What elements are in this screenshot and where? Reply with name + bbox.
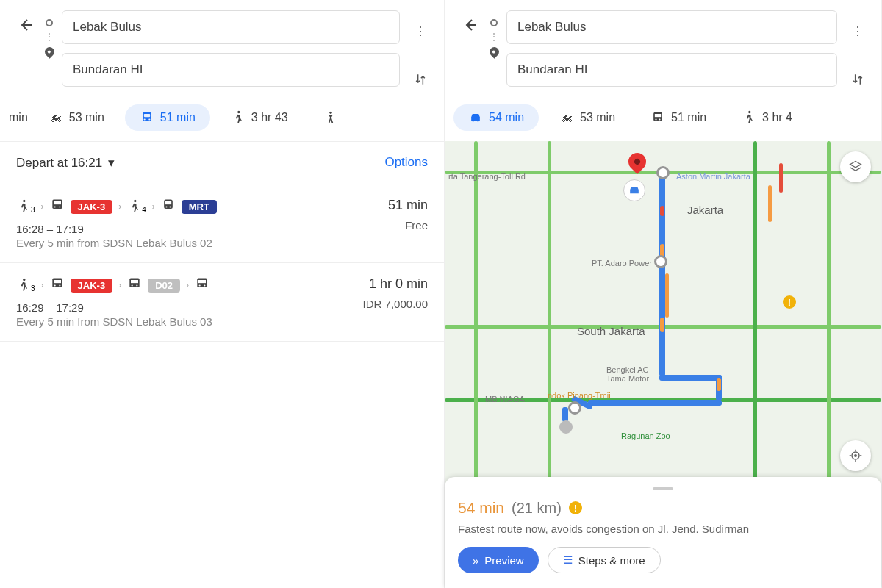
svg-point-30 [477,120,479,122]
ride-icon [323,110,338,125]
svg-point-34 [659,118,660,120]
destination-input[interactable] [506,53,837,87]
svg-point-5 [329,112,331,114]
route-duration: 51 min [388,198,428,213]
svg-point-28 [204,284,205,286]
origin-input[interactable] [506,10,837,44]
svg-point-2 [148,118,150,120]
mode-motorbike[interactable]: 🏍 53 min [34,104,119,131]
origin-circle-icon [490,19,498,26]
svg-point-11 [134,200,136,202]
route-frequency: Every 5 min from SDSN Lebak Bulus 02 [16,235,217,249]
more-menu-button[interactable]: ⋮ [407,18,434,44]
warning-icon: ! [569,501,582,514]
svg-point-6 [23,200,25,202]
mode-ride[interactable] [309,104,353,131]
waypoint-markers: ⋮ [40,10,59,57]
city-label: Jakarta [687,204,723,216]
mode-car[interactable]: 54 min [453,104,539,131]
options-button[interactable]: Options [384,155,428,171]
origin-input[interactable] [62,10,400,44]
mode-transit[interactable]: 51 min [636,104,721,131]
mode-tabs: 54 min 🏍 53 min 51 min 3 hr 4 [445,97,881,141]
more-menu-button[interactable]: ⋮ [845,18,871,44]
origin-circle-icon [46,19,53,26]
city-label: South Jakarta [577,325,645,337]
chevron-icon: › [41,201,44,212]
back-button[interactable] [455,10,484,40]
svg-point-14 [165,206,167,207]
start-dot [559,420,573,434]
svg-point-9 [54,206,55,207]
svg-point-19 [54,284,55,286]
route-price: Free [388,213,428,232]
summary-distance: (21 km) [512,500,562,517]
svg-rect-8 [54,201,61,204]
mode-walk[interactable]: 3 hr 4 [727,104,807,131]
svg-point-15 [169,206,171,207]
my-location-button[interactable] [840,440,871,471]
map-canvas[interactable]: rta Tangerang-Toll Rd Aston Martin Jakar… [445,141,881,486]
steps-button[interactable]: ☰ Steps & more [548,547,661,573]
walk-step: 4 [127,199,146,214]
svg-point-33 [655,118,656,120]
svg-point-20 [59,284,60,286]
route-time: 16:28 – 17:19 [16,215,217,235]
svg-rect-13 [165,201,171,204]
preview-button[interactable]: » Preview [458,547,539,573]
route-chip-mrt: MRT [182,200,217,214]
car-icon [468,110,483,125]
layers-button[interactable] [840,151,871,182]
swap-button[interactable] [845,66,871,93]
bus-icon [50,276,65,294]
svg-point-35 [748,111,750,113]
transit-route-1[interactable]: 3 › JAK-3 › 4 › MRT 16:28 – 17:19 E [0,184,444,263]
bus-icon [127,276,142,294]
mode-motorbike[interactable]: 🏍 53 min [545,104,630,131]
svg-rect-26 [198,280,206,283]
svg-rect-18 [54,280,61,283]
transit-route-2[interactable]: 3 › JAK-3 › D02 › 16:29 – 17:29 Every 5 … [0,263,444,342]
svg-rect-3 [144,114,150,117]
walk-step: 3 [16,278,35,293]
chevron-icon: › [118,201,121,212]
bus-icon [50,198,65,215]
destination-pin-icon [43,45,56,58]
waypoint-dot [568,401,581,415]
walk-step: 3 [16,199,35,214]
destination-pin-icon [487,45,501,58]
drag-handle[interactable] [653,487,673,490]
route-frequency: Every 5 min from SDSN Lebak Bulus 03 [16,314,212,328]
mode-walk[interactable]: 3 hr 43 [216,104,303,131]
back-button[interactable] [10,10,40,40]
destination-input[interactable] [62,53,400,87]
svg-point-24 [136,284,137,286]
depart-time-selector[interactable]: Depart at 16:21 ▾ [16,155,115,171]
metro-icon [161,198,176,215]
mode-transit[interactable]: 51 min [125,104,210,131]
preview-icon: » [473,554,478,567]
mode-fragment: min [9,111,28,124]
motorbike-icon: 🏍 [559,110,574,125]
route-chip-d02: D02 [148,279,180,293]
poi-label: MB NIAGA [485,395,525,404]
mode-tabs: min 🏍 53 min 51 min 3 hr 43 [0,97,444,141]
waypoint-dot [654,255,667,268]
bus-icon [195,276,209,294]
svg-point-10 [59,206,60,207]
summary-time: 54 min [458,499,504,517]
route-chip-jak3: JAK-3 [71,200,113,214]
chevron-icon: › [118,280,121,290]
motorbike-icon: 🏍 [49,110,63,125]
swap-button[interactable] [407,66,434,93]
walk-icon [742,110,756,125]
list-icon: ☰ [563,553,573,567]
route-duration: 1 hr 0 min [363,276,428,292]
chevron-icon: › [152,201,155,212]
svg-point-1 [143,118,145,120]
route-time: 16:29 – 17:29 [16,294,212,314]
dots-icon: ⋮ [44,31,54,43]
walk-icon [231,110,245,125]
route-summary-sheet[interactable]: 54 min (21 km) ! Fastest route now, avoi… [445,477,881,588]
svg-rect-32 [655,114,661,117]
